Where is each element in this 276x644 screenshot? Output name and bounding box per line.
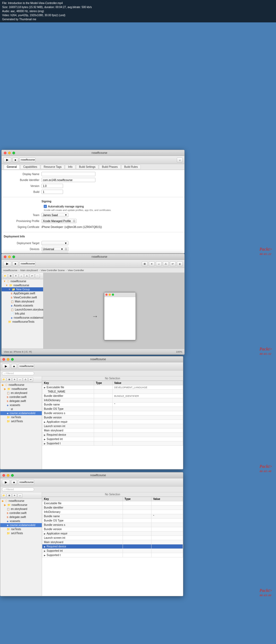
team-dropdown[interactable]: James Saad ▼ [42,213,68,217]
sidebar-git-btn[interactable]: ↩ [30,274,34,278]
p4-row-bundleos[interactable]: Bundle OS Type [42,519,183,523]
run-button-3[interactable]: ▶ [2,364,10,369]
run-button-4[interactable]: ▶ [2,480,10,485]
sb3-rsetests[interactable]: 📁 rseTests [0,415,42,419]
p4-row-appreq[interactable]: ▶Application requir [42,531,183,536]
sb3-xcdatamodel[interactable]: ◈ course.xcdatamodeld [0,411,42,415]
sb4-btn1[interactable]: 📁 [1,493,6,498]
stop-button-3[interactable]: ■ [11,364,17,369]
minimize-button-1[interactable] [8,152,11,154]
plist-row-supt[interactable]: ▶Supported t [42,441,183,446]
sidebar-item-viewcontroller[interactable]: S ViewController.swift [2,295,43,299]
bundle-id-input[interactable] [42,178,95,182]
sb3-folder-btn[interactable]: 📁 [1,377,6,382]
p4-row-infodict[interactable]: InfoDictionary [42,510,183,514]
sb3-st[interactable]: 📄 st [0,407,42,411]
p4-row-bundleid[interactable]: Bundle identifier [42,506,183,510]
plist-row-launchscreen[interactable]: Launch screen int [42,424,183,428]
sidebar-item-root-2[interactable]: ▼ ⬡ rxswiftcourse [2,279,43,283]
sb4-btn2[interactable]: ⊞ [7,493,12,498]
maximize-button-1[interactable] [12,152,15,154]
sidebar-grid-btn[interactable]: ⊞ [8,274,13,278]
sidebar-list-btn[interactable]: ≡ [13,274,18,278]
minimize-button-3[interactable] [7,358,9,361]
sb4-root[interactable]: ▶ ⬡ rxswiftcourse [0,499,42,503]
split-view-btn[interactable]: ⫼ [177,261,183,266]
sidebar-item-rxswift-2[interactable]: ▼ 📁 rxswiftcourse [2,283,43,287]
sidebar-item-main-storyboard[interactable]: 📋 Main.storyboard [2,299,43,304]
sb4-btn3[interactable]: ≡ [12,493,17,498]
stop-button-2[interactable]: ■ [12,261,18,266]
sidebar-item-assets[interactable]: ◈ Assets.xcassets [2,304,43,308]
p4-row-bundlever[interactable]: Bundle version [42,527,183,531]
deploy-target-dropdown[interactable]: ▼ [42,241,68,245]
sb4-controller[interactable]: S controller.swift [0,511,42,515]
p4-row-required-device[interactable]: ▶Required device [42,544,183,549]
filter-search-box-4[interactable]: ⌕ Filtered [2,488,34,491]
warning-btn[interactable]: ⚠ [163,261,169,266]
plist-row-bundlename[interactable]: Bundle name " [42,403,183,407]
plist-row-appreq[interactable]: ▶Application requir [42,420,183,424]
tab-general[interactable]: General [4,165,20,169]
display-name-input[interactable] [42,172,95,176]
close-button-3[interactable] [2,358,5,361]
sb4-btn4[interactable]: ⌕ [18,493,22,498]
plist-row-tablename[interactable]: TABLE_NAME [42,390,183,394]
auto-manage-checkbox[interactable]: ✓ [44,205,47,208]
sidebar-item-appdelegate[interactable]: S AppDelegate.swift [2,291,43,295]
sb3-grid-btn[interactable]: ⊞ [7,377,12,382]
minimize-button-4[interactable] [7,474,9,477]
scheme-selector-3[interactable]: rxswiftcourse [18,364,34,369]
sidebar-item-infoplist[interactable]: 📄 Info.plist [2,312,43,316]
stop-button-1[interactable]: ■ [12,158,18,162]
sb3-warning-btn[interactable]: ⚠ [23,377,28,382]
scheme-selector-2[interactable]: rxswiftcourse [19,261,36,266]
sb4-xcdatamodel[interactable]: ◈ course.xcdatamodeld [0,523,42,527]
sb3-seuitests[interactable]: 📁 seUITests [0,419,42,423]
sb4-storyboard[interactable]: 📋 en.storyboard [0,507,42,511]
sidebar-item-xcdatamodel[interactable]: ◈ rxswiftcourse.xcdatamodeld [2,316,43,320]
close-button-2[interactable] [4,255,6,258]
p4-row-launchscreen[interactable]: Launch screen int [42,536,183,540]
sidebar-search-btn[interactable]: ⌕ [19,274,24,278]
sb3-storyboard[interactable]: 📋 en.storyboard [0,391,42,395]
maximize-button-2[interactable] [12,255,15,258]
sb4-folder[interactable]: ▶ 📁 rxswiftcourse [0,503,42,507]
p4-row-bundlename[interactable]: Bundle name " [42,514,183,519]
run-button-2[interactable]: ▶ [3,261,11,267]
sb4-seuitests[interactable]: 📁 seUITests [0,531,42,535]
plist-row-mainstoryboard[interactable]: Main storyboard [42,428,183,433]
sb4-delegate[interactable]: S delegate.swift [0,515,42,519]
sidebar-warning-btn[interactable]: ⚠ [24,274,29,278]
sb3-search-btn[interactable]: ⌕ [18,377,22,382]
filter-search-box[interactable]: ⌕ Filtered [2,372,34,375]
tab-capabilities[interactable]: Capabilities [20,165,40,169]
close-button-1[interactable] [4,152,6,154]
close-button-4[interactable] [2,474,5,477]
sidebar-item-launchscreen[interactable]: 📋 LaunchScreen.storyboard [2,308,43,312]
plist-row-bundleos[interactable]: Bundle OS Type [42,407,183,411]
sb3-git-btn[interactable]: ↩ [28,377,33,382]
run-button-1[interactable]: ▶ [3,157,11,163]
maximize-button-4[interactable] [11,474,14,477]
sb4-xcassets[interactable]: ◈ xcassets [0,519,42,523]
plist-row-supint[interactable]: ▶Supported int [42,437,183,441]
sidebar-options-btn[interactable]: ⋯ [35,274,40,278]
scheme-selector-4[interactable]: rxswiftcourse [18,480,34,485]
plist-row-bundlever[interactable]: Bundle version [42,415,183,420]
sb3-root[interactable]: ▶ ⬡ rxswiftcourse [0,383,42,387]
minimize-button-2[interactable] [8,255,11,258]
build-input[interactable] [42,190,63,194]
list-view-btn[interactable]: ≡ [149,261,155,266]
filter-btn-2[interactable]: ⌕ [156,261,162,266]
grid-view-btn[interactable]: ⊞ [142,261,148,266]
p4-row-bundlevers[interactable]: Bundle versions s [42,523,183,527]
filter-btn-1[interactable]: ⌕ [177,158,183,162]
p4-row-mainstoryboard[interactable]: Main storyboard [42,540,183,544]
plist-row-exec[interactable]: ▶Executable file DEVELOPMENT_LANGUAGE [42,385,183,390]
p4-row-exec[interactable]: Executable file [42,501,183,506]
tab-resource-tags[interactable]: Resource Tags [41,165,65,169]
sb3-list-btn[interactable]: ≡ [12,377,17,382]
devices-dropdown[interactable]: Universal ▼ ⓘ [42,247,68,251]
sb4-rsetests[interactable]: 📁 rseTests [0,527,42,531]
